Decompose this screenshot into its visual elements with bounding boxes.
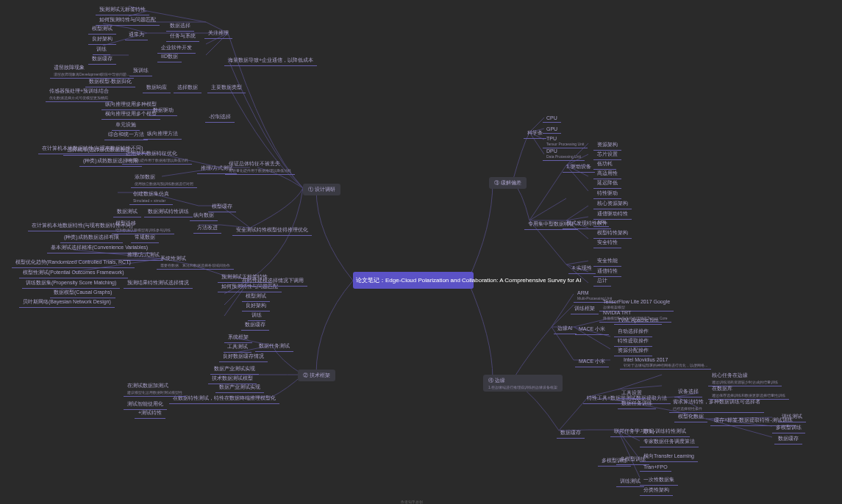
n: -控制选择 (205, 112, 235, 123)
n: 推理/方式测试 (197, 163, 237, 174)
n: 在测试数据加测式建议模型化运用数据时测试模型性 (124, 381, 186, 397)
n: 创建数据集仿真Simulated + simular (129, 189, 173, 205)
n: MACE 小米 (575, 356, 609, 367)
n: 多模型训练 (772, 422, 805, 433)
n: 模型性测试(Potential Outcomes Framework) (19, 267, 128, 278)
n: 数据产业测试实现 (215, 382, 264, 393)
branch-mitigate[interactable]: ③ 缓解偏差 (489, 177, 527, 189)
n: GPU (543, 125, 561, 134)
n: 关注推理 (204, 28, 232, 39)
n: 方法改进 (193, 223, 221, 234)
n: API (593, 218, 609, 227)
n: 数据测试特性训练 (144, 206, 193, 217)
n: 延迟降低 (593, 178, 621, 189)
n: 资源分配操作 (614, 345, 652, 356)
n: 专家数据任务调度算法 (640, 436, 699, 447)
n: 综合和统一方法 (104, 129, 148, 140)
n: TVM, Apache tvm (614, 316, 662, 325)
n: 在计算机本地数据特性(与现有数据特性不同) (38, 143, 147, 154)
n: 数据缓存 (774, 433, 802, 444)
n: 分类性架构 (640, 485, 673, 496)
n: CPU (543, 114, 561, 123)
n: 系统性测试需要在数据、算法和数据选择各领域间协作 (157, 253, 234, 270)
branch-design[interactable]: ① 设计调研 (303, 184, 340, 195)
n: 一次性数据集 (640, 475, 678, 486)
n: 常规数据 (131, 232, 159, 243)
n: 数据响应 (143, 82, 171, 93)
n: 1.驱动设备 (563, 162, 595, 173)
n: 贝叶斯网络(Bayesian Network Design) (19, 297, 115, 308)
n: 模型优化趋势(Randomized Controlled Trials, RCT… (12, 257, 135, 268)
n: 数据选择 (166, 21, 194, 32)
n: 边缘AI (554, 323, 577, 334)
n: IID数据 (157, 51, 182, 62)
n: 主要数据类型 (207, 82, 246, 93)
n: 通常为 (125, 29, 148, 40)
n: 预测结果特性测试选择情况 (124, 278, 193, 289)
n: DPUData Processing Unit (543, 147, 585, 161)
n: MACE 小米 (575, 324, 609, 335)
n: 纵向推理方法 (143, 129, 182, 140)
n: 安全性能 (593, 256, 621, 267)
n (251, 371, 259, 375)
branch-tech[interactable]: ② 技术框架 (298, 370, 335, 381)
n: 数据缓存 (557, 428, 585, 439)
n: 海量数据导致+企业通信，以降低成本 (224, 55, 317, 66)
n: 安全特性 (593, 237, 621, 248)
n: Intel Movidius 2017针对于边缘端部署的神经网络进行优化，以便网… (620, 356, 711, 370)
n: 横向Transfer Learning (640, 451, 698, 462)
n: 训练框架 (571, 303, 599, 314)
n: 训练测试 (778, 411, 806, 422)
n: 安全测试特性模型使得推理优化 (232, 225, 312, 236)
n: (种类)成熟数据选择有限 (60, 232, 123, 243)
n: (种类)成熟数据选择有限 (79, 156, 142, 167)
n: 纵向数据 (190, 210, 218, 221)
n: 选择数据 (174, 82, 201, 93)
n: Tran+FPO (640, 463, 671, 472)
n: 良好架构 (88, 34, 116, 45)
n: +测试特性 (135, 408, 165, 419)
n: 数据任务测试 (255, 341, 293, 352)
n: 预测测试无标签特性 (96, 4, 149, 15)
footer-credit: 作者知乎原创 (401, 500, 423, 504)
n: 良好数据缓存情况 (219, 351, 268, 362)
n: 4.实现性 (568, 263, 596, 274)
n: 模型测试 (88, 24, 116, 35)
n: 需求算法特性，多种数据训练可选择者已经选择特性条件 (669, 397, 764, 413)
branch-edge[interactable]: ④ 边缘1.在边缘端进行推理或训练的边缘设备框架 (483, 375, 563, 392)
n: 模型化数据 (674, 411, 707, 422)
n: 数据任务训练 (618, 398, 656, 409)
n: 在计算机本地数据特性(与现有数据特性不同) (28, 220, 137, 231)
n: 添加数据使用独立数据与预训练数据进行对照 (131, 172, 197, 188)
n: 工具设置 (618, 388, 646, 399)
n: 设备选择 (674, 386, 702, 397)
center-node[interactable]: 论文笔记：Edge-Cloud Polarization and Collabo… (353, 272, 474, 289)
n: 数据缓存 (241, 320, 269, 331)
n: 数据测试 (113, 206, 141, 217)
n: 核心资源架构 (593, 198, 632, 209)
n: 特性驱动 (593, 188, 621, 199)
n: 总计 (593, 276, 611, 287)
n: 在特性建模选择情况下调用 (238, 276, 307, 287)
n: 数据驱动 (149, 105, 177, 116)
n: 数据-训练特性测试 (640, 426, 690, 437)
n: 预训练 (129, 65, 152, 76)
n: 任务与系统 (166, 31, 199, 42)
